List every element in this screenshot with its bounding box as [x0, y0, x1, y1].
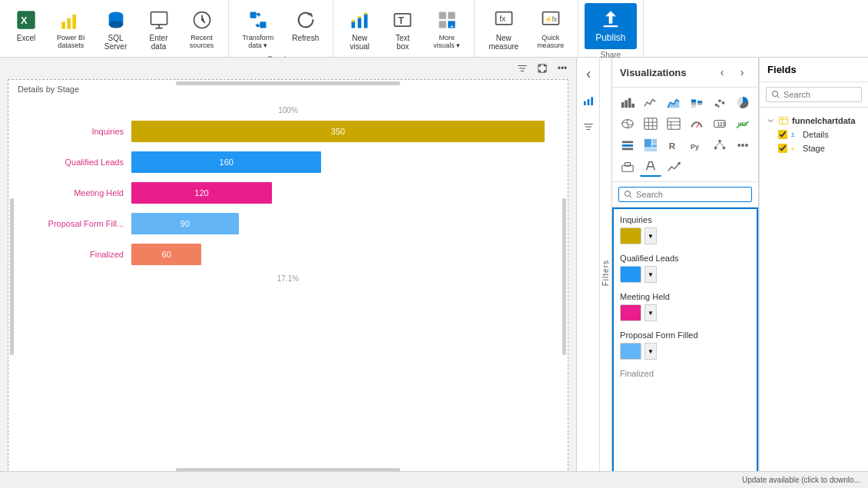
svg-rect-37: [631, 104, 634, 108]
svg-rect-32: [587, 99, 589, 105]
fields-search-input[interactable]: [784, 90, 856, 99]
viz-icon-pie[interactable]: [732, 92, 754, 112]
bar-proposal-form[interactable]: 90: [131, 213, 239, 234]
svg-rect-63: [622, 144, 633, 147]
svg-rect-21: [448, 12, 455, 19]
svg-rect-39: [691, 99, 696, 102]
power-bi-datasets-button[interactable]: Power BIdatasets: [49, 3, 93, 54]
bar-qualified-leads[interactable]: 160: [131, 151, 321, 173]
fields-search-box[interactable]: [766, 87, 862, 102]
viz-icon-matrix[interactable]: [663, 114, 684, 134]
fields-group-header[interactable]: funnelchartdata: [766, 114, 862, 128]
viz-nav-back-btn[interactable]: ‹: [714, 64, 731, 81]
more-options-icon[interactable]: •••: [555, 61, 570, 76]
viz-icon-format[interactable]: [640, 157, 661, 177]
viz-icon-py-visual[interactable]: Py: [686, 135, 707, 155]
dataset-icon: [778, 115, 789, 126]
viz-nav-forward-btn[interactable]: ›: [734, 64, 750, 81]
viz-search-box[interactable]: [618, 187, 752, 202]
text-box-icon: T: [390, 8, 415, 32]
viz-icon-bar[interactable]: [617, 92, 638, 112]
excel-icon: X: [14, 8, 38, 32]
color-dropdown-proposal-form[interactable]: ▼: [644, 343, 657, 360]
viz-icon-table[interactable]: [640, 114, 661, 134]
new-visual-icon: [347, 8, 372, 32]
fields-search-area: [760, 82, 868, 108]
sql-server-button[interactable]: SQLServer: [96, 3, 136, 55]
viz-icon-build[interactable]: [617, 157, 638, 177]
svg-rect-13: [358, 18, 362, 28]
viz-icon-stacked-bar[interactable]: [686, 92, 707, 112]
transform-data-button[interactable]: Transformdata ▾: [235, 3, 282, 54]
excel-button[interactable]: X Excel: [6, 3, 46, 47]
viz-icon-more[interactable]: •••: [732, 135, 754, 155]
svg-text:X: X: [21, 15, 28, 26]
viz-icon-analytics[interactable]: [663, 157, 684, 177]
svg-text:fx: fx: [499, 14, 506, 23]
color-dropdown-meeting-held[interactable]: ▼: [644, 304, 657, 321]
viz-icon-map[interactable]: [617, 114, 638, 134]
viz-icon-scatter[interactable]: [709, 92, 731, 112]
fields-item-details[interactable]: Σ Details: [766, 128, 862, 141]
new-measure-button[interactable]: fx Newmeasure: [481, 3, 526, 55]
enter-data-button[interactable]: Enterdata: [139, 3, 179, 55]
viz-icon-line[interactable]: [640, 92, 661, 112]
color-label-finalized: Finalized: [620, 369, 750, 378]
viz-icon-slicer[interactable]: [617, 135, 638, 155]
color-swatch-proposal-form[interactable]: [620, 343, 641, 360]
nav-visualizations-icon[interactable]: [578, 90, 599, 111]
fields-panel-title: Fields: [767, 64, 797, 75]
recent-sources-button[interactable]: Recentsources: [182, 3, 222, 54]
color-picker-proposal-form: ▼: [620, 343, 750, 360]
bar-finalized[interactable]: 60: [131, 244, 201, 265]
ribbon-section-queries: Transformdata ▾ Refresh Queries: [229, 0, 334, 57]
resize-handle-top[interactable]: [176, 81, 399, 85]
ribbon: X Excel Power BIdatasets SQLServer: [0, 0, 868, 58]
svg-rect-31: [584, 101, 586, 105]
nav-back-icon[interactable]: [578, 64, 599, 85]
ribbon-items-insert: Newvisual T Textbox + Morevisuals ▾: [340, 3, 468, 55]
color-label-meeting-held: Meeting Held: [620, 292, 750, 301]
chevron-down-icon: [766, 116, 775, 125]
details-checkbox[interactable]: [778, 130, 787, 139]
refresh-button[interactable]: Refresh: [284, 3, 326, 47]
svg-point-44: [715, 104, 718, 107]
more-visuals-button[interactable]: + Morevisuals ▾: [426, 3, 468, 54]
svg-point-16: [358, 16, 361, 19]
viz-icon-r-visual[interactable]: R: [663, 135, 684, 155]
svg-rect-50: [644, 118, 657, 129]
bar-label-inquiries: Inquiries: [31, 127, 131, 136]
axis-bottom-label: 17.1%: [31, 274, 545, 283]
color-dropdown-inquiries[interactable]: ▼: [644, 227, 657, 244]
fit-page-icon[interactable]: [535, 61, 550, 76]
right-panel: Filters Visualizations ‹ ›: [576, 58, 868, 488]
svg-point-17: [365, 12, 368, 15]
viz-icon-decomp[interactable]: [709, 135, 731, 155]
svg-point-45: [718, 99, 721, 102]
fields-search-icon: [771, 90, 780, 99]
color-item-inquiries: Inquiries ▼: [620, 215, 750, 244]
stage-checkbox[interactable]: [778, 144, 787, 153]
viz-icon-area[interactable]: [663, 92, 684, 112]
fields-tree: funnelchartdata Σ Details a Stage: [760, 108, 868, 488]
svg-rect-68: [644, 148, 657, 152]
color-swatch-inquiries[interactable]: [620, 227, 641, 244]
publish-button[interactable]: Publish: [585, 3, 636, 49]
new-visual-button[interactable]: Newvisual: [340, 3, 379, 55]
color-swatch-meeting-held[interactable]: [620, 304, 641, 321]
quick-measure-button[interactable]: ⚡fx Quickmeasure: [529, 3, 571, 54]
nav-filter-icon[interactable]: [578, 116, 599, 138]
viz-icon-kpi[interactable]: KPI: [732, 114, 754, 134]
text-box-button[interactable]: T Textbox: [383, 3, 422, 55]
svg-point-73: [723, 147, 726, 150]
filter-toolbar-icon[interactable]: [515, 61, 530, 76]
bar-inquiries[interactable]: 350: [131, 121, 545, 142]
viz-icon-card[interactable]: 123: [709, 114, 731, 134]
bar-meeting-held[interactable]: 120: [131, 182, 272, 204]
fields-item-stage[interactable]: a Stage: [766, 141, 862, 155]
color-dropdown-qualified-leads[interactable]: ▼: [644, 266, 657, 283]
viz-search-input[interactable]: [636, 190, 747, 199]
color-swatch-qualified-leads[interactable]: [620, 266, 641, 283]
viz-icon-gauge[interactable]: [686, 114, 707, 134]
viz-icon-treemap[interactable]: [640, 135, 661, 155]
